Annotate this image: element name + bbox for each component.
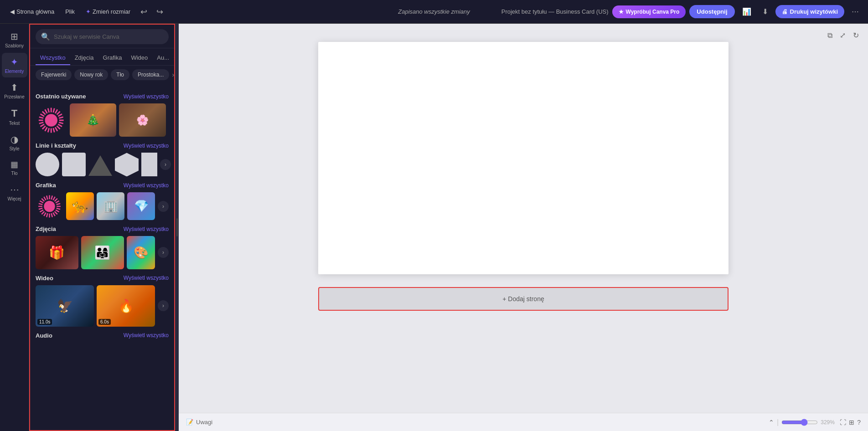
graphics-scroll-right[interactable]: › bbox=[158, 201, 169, 212]
grid-view-button[interactable]: ⊞ bbox=[849, 419, 854, 426]
file-label: Plik bbox=[65, 8, 75, 15]
list-item[interactable]: 🎁 bbox=[36, 236, 78, 269]
photos-scroll-right[interactable]: › bbox=[158, 247, 169, 258]
hexagon-icon bbox=[115, 153, 139, 176]
video-items: 🦅 11.0s 🔥 6.0s › bbox=[36, 285, 169, 327]
sidebar-item-tekst[interactable]: T Tekst bbox=[2, 104, 27, 129]
search-input[interactable] bbox=[54, 33, 163, 40]
audio-show-all[interactable]: Wyświetl wszystko bbox=[124, 332, 169, 339]
szablony-icon: ⊞ bbox=[10, 31, 18, 42]
download-button[interactable]: ⬇ bbox=[759, 5, 772, 19]
zoom-percentage: 329% bbox=[821, 419, 837, 426]
elements-panel: 🔍 Wszystko Zdjęcia Grafika Wideo Au... ›… bbox=[29, 24, 175, 431]
graphic-building: 🏢 bbox=[97, 192, 124, 220]
sidebar-item-elementy[interactable]: ✦ Elementy bbox=[2, 53, 27, 77]
topbar-left: ◀ Strona główna Plik ✦ Zmień rozmiar ↩ ↪ bbox=[5, 4, 167, 20]
undo-button[interactable]: ↩ bbox=[137, 4, 151, 20]
more-options-button[interactable]: ⋯ bbox=[848, 5, 863, 19]
try-pro-button[interactable]: ★ Wypróbuj Canva Pro bbox=[612, 5, 686, 18]
file-menu-button[interactable]: Plik bbox=[61, 5, 79, 18]
list-item[interactable]: 🦅 11.0s bbox=[36, 285, 94, 327]
tag-nowy-rok[interactable]: Nowy rok bbox=[74, 69, 108, 80]
list-item[interactable]: 🔥 6.0s bbox=[97, 285, 155, 327]
zoom-collapse-button[interactable]: ⌃ bbox=[769, 419, 774, 426]
tag-prostokatat[interactable]: Prostoka... bbox=[132, 69, 169, 80]
svg-line-20 bbox=[41, 114, 44, 116]
fullscreen-button[interactable]: ⛶ bbox=[840, 419, 846, 426]
share-button[interactable]: Udostępnij bbox=[689, 5, 734, 18]
zoom-slider[interactable] bbox=[781, 419, 818, 426]
resize-button[interactable]: ✦ Zmień rozmiar bbox=[81, 5, 135, 18]
video-scroll-right[interactable]: › bbox=[158, 300, 169, 311]
add-page-button[interactable]: + Dodaj stronę bbox=[318, 287, 728, 311]
tab-wideo[interactable]: Wideo bbox=[126, 51, 152, 65]
list-item[interactable]: 🌸 bbox=[119, 103, 166, 137]
svg-line-33 bbox=[56, 210, 59, 212]
sidebar-item-tlo[interactable]: ▦ Tło bbox=[2, 156, 27, 180]
recently-used-show-all[interactable]: Wyświetl wszystko bbox=[124, 93, 169, 100]
rectangle-icon bbox=[141, 153, 157, 176]
sidebar-item-szablony[interactable]: ⊞ Szablony bbox=[2, 27, 27, 52]
tab-wszystko[interactable]: Wszystko bbox=[36, 51, 70, 65]
list-item[interactable]: 🎄 bbox=[70, 103, 117, 137]
redo-button[interactable]: ↪ bbox=[153, 4, 167, 20]
list-item[interactable]: 🎨 bbox=[127, 236, 155, 269]
photos-show-all[interactable]: Wyświetl wszystko bbox=[124, 226, 169, 232]
photo-people: 👨‍👩‍👧 bbox=[81, 236, 124, 269]
video-show-all[interactable]: Wyświetl wszystko bbox=[124, 275, 169, 281]
tags-scroll-right-icon[interactable]: › bbox=[172, 69, 174, 80]
graphics-show-all[interactable]: Wyświetl wszystko bbox=[124, 182, 169, 189]
list-item[interactable]: 🏢 bbox=[97, 192, 124, 220]
canvas-center: + Dodaj stronę bbox=[188, 42, 859, 311]
share-label: Udostępnij bbox=[697, 8, 727, 15]
list-item[interactable]: 💎 bbox=[127, 192, 155, 220]
pro-label: Wypróbuj Canva Pro bbox=[626, 9, 680, 15]
tag-fajerwerki[interactable]: Fajerwerki bbox=[36, 69, 72, 80]
analytics-button[interactable]: 📊 bbox=[739, 5, 755, 19]
tab-zdjecia[interactable]: Zdjęcia bbox=[70, 51, 98, 65]
canvas-page[interactable] bbox=[318, 42, 728, 274]
shape-square[interactable] bbox=[62, 153, 86, 176]
topbar-right: Projekt bez tytułu — Business Card (US) … bbox=[501, 5, 863, 19]
notes-button[interactable]: 📝 Uwagi bbox=[186, 419, 212, 426]
sidebar-item-przeslane[interactable]: ⬆ Przesłane bbox=[2, 78, 27, 103]
style-icon: ◑ bbox=[10, 134, 18, 145]
szablony-label: Szablony bbox=[5, 43, 24, 48]
shape-circle[interactable] bbox=[36, 153, 59, 176]
tag-tlo[interactable]: Tło bbox=[111, 69, 129, 80]
panel-resize-handle[interactable] bbox=[175, 24, 179, 431]
svg-point-49 bbox=[44, 201, 55, 212]
svg-line-19 bbox=[39, 117, 43, 118]
list-item[interactable]: 🐆 bbox=[66, 192, 94, 220]
photo-thumbnail: 🎄 bbox=[70, 103, 117, 137]
back-home-label: Strona główna bbox=[16, 8, 54, 15]
shape-rectangle[interactable] bbox=[141, 153, 157, 176]
svg-line-17 bbox=[39, 122, 43, 123]
lines-shapes-title: Linie i kształty bbox=[36, 142, 76, 149]
canvas-expand-button[interactable]: ⤢ bbox=[838, 29, 847, 41]
shape-hexagon[interactable] bbox=[115, 153, 139, 176]
shapes-scroll-right[interactable]: › bbox=[160, 159, 171, 170]
help-button[interactable]: ? bbox=[857, 419, 861, 426]
lines-shapes-show-all[interactable]: Wyświetl wszystko bbox=[124, 143, 169, 149]
back-home-button[interactable]: ◀ Strona główna bbox=[5, 5, 59, 18]
tab-audio[interactable]: Au... bbox=[152, 51, 174, 65]
sidebar-item-style[interactable]: ◑ Style bbox=[2, 130, 27, 155]
print-button[interactable]: 🖨 Drukuj wizytówki bbox=[775, 5, 844, 18]
canvas-copy-button[interactable]: ⧉ bbox=[826, 30, 834, 41]
list-item[interactable] bbox=[36, 192, 63, 220]
list-item[interactable]: 👨‍👩‍👧 bbox=[81, 236, 124, 269]
shape-triangle[interactable] bbox=[88, 153, 112, 176]
zoom-controls: ⌃ | 329% ⛶ ⊞ ? bbox=[769, 418, 861, 426]
saved-message: Zapisano wszystkie zmiany bbox=[398, 8, 470, 15]
svg-line-29 bbox=[56, 201, 59, 203]
canvas-refresh-button[interactable]: ↻ bbox=[851, 29, 861, 41]
sidebar-item-wiecej[interactable]: ⋯ Więcej bbox=[2, 180, 27, 205]
list-item[interactable] bbox=[36, 103, 67, 137]
recently-used-header: Ostatnio używane Wyświetl wszystko bbox=[36, 93, 169, 100]
svg-line-10 bbox=[55, 127, 57, 131]
lines-shapes-header: Linie i kształty Wyświetl wszystko bbox=[36, 142, 169, 149]
tekst-icon: T bbox=[11, 108, 17, 119]
svg-line-27 bbox=[53, 197, 55, 200]
tab-grafika[interactable]: Grafika bbox=[98, 51, 127, 65]
